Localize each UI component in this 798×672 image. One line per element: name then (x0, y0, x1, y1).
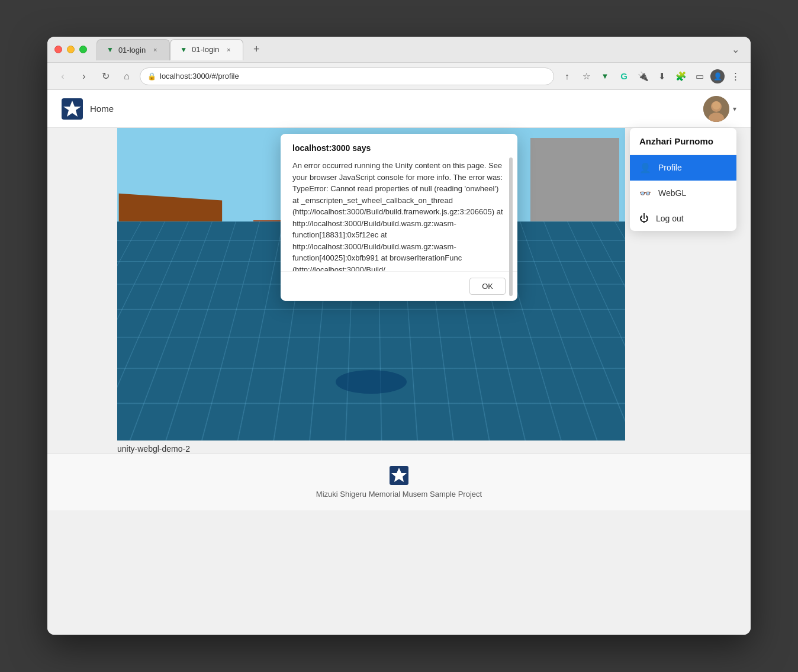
alert-dialog: localhost:3000 says An error occurred ru… (281, 134, 517, 301)
tab-1[interactable]: ▼ 01-login × (96, 39, 170, 60)
tab-1-close[interactable]: × (150, 45, 160, 54)
back-button[interactable]: ‹ (54, 68, 71, 85)
alert-footer: OK (281, 271, 517, 301)
extension-icon[interactable]: 🔌 (635, 68, 651, 85)
lock-icon: 🔒 (147, 72, 156, 81)
footer-text: Mizuki Shigeru Memorial Musem Sample Pro… (316, 490, 482, 499)
app-logo: Home (62, 98, 114, 120)
more-options-button[interactable]: ⋮ (727, 68, 744, 85)
tab-scroll-button[interactable]: ⌄ (727, 41, 744, 58)
logo-icon (62, 98, 83, 120)
alert-title: localhost:3000 says (281, 134, 517, 153)
app-header: Home ▾ Anzhari Purnomo (47, 90, 751, 128)
puzzle-icon[interactable]: 🧩 (672, 68, 689, 85)
vuejs-devtools[interactable]: ▼ (597, 68, 613, 85)
main-content: unity-webgl-demo-2 localhost:3000 says A… (47, 128, 751, 454)
maximize-button[interactable] (79, 46, 87, 53)
grammarly-icon[interactable]: G (616, 68, 632, 85)
svg-point-5 (712, 101, 720, 110)
alert-scrollbar[interactable] (509, 157, 513, 296)
alert-overlay: localhost:3000 says An error occurred ru… (47, 128, 751, 454)
share-button[interactable]: ↑ (559, 68, 575, 85)
forward-button[interactable]: › (76, 68, 92, 85)
traffic-lights (54, 46, 87, 53)
avatar (703, 96, 729, 122)
alert-body: An error occurred running the Unity cont… (281, 153, 517, 271)
browser-actions: ↑ ☆ ▼ G 🔌 ⬇ 🧩 ▭ 👤 ⋮ (559, 68, 744, 85)
tab-1-label: 01-login (118, 46, 146, 54)
tab-1-favicon: ▼ (107, 46, 114, 54)
avatar-area[interactable]: ▾ Anzhari Purnomo 👤 Profile 👓 WebGL ⏻ Lo… (703, 96, 736, 122)
url-bar[interactable]: 🔒 localhost:3000/#/profile (140, 67, 554, 85)
app-nav-home[interactable]: Home (90, 104, 114, 114)
titlebar: ▼ 01-login × ▼ 01-login × + ⌄ (47, 37, 751, 63)
avatar-chevron-icon: ▾ (733, 105, 736, 113)
split-view-icon[interactable]: ▭ (691, 68, 708, 85)
add-tab-button[interactable]: + (248, 41, 265, 58)
tab-2-favicon: ▼ (180, 46, 187, 54)
download-icon[interactable]: ⬇ (654, 68, 670, 85)
page-content: Home ▾ Anzhari Purnomo (47, 90, 751, 635)
url-text: localhost:3000/#/profile (160, 72, 239, 81)
tab-2-close[interactable]: × (224, 45, 233, 54)
bookmark-button[interactable]: ☆ (578, 68, 594, 85)
addressbar: ‹ › ↻ ⌂ 🔒 localhost:3000/#/profile ↑ ☆ ▼… (47, 63, 751, 90)
app-footer: Mizuki Shigeru Memorial Musem Sample Pro… (47, 454, 751, 510)
browser-window: ▼ 01-login × ▼ 01-login × + ⌄ ‹ › ↻ ⌂ 🔒 … (47, 37, 751, 635)
tab-2-label: 01-login (192, 45, 219, 54)
minimize-button[interactable] (67, 46, 75, 53)
close-button[interactable] (54, 46, 62, 53)
tab-2[interactable]: ▼ 01-login × (170, 39, 243, 60)
tabs-area: ▼ 01-login × ▼ 01-login × + ⌄ (96, 39, 744, 60)
footer-logo-icon (390, 466, 408, 485)
home-button[interactable]: ⌂ (118, 68, 135, 85)
alert-body-text: An error occurred running the Unity cont… (292, 161, 503, 271)
profile-icon[interactable]: 👤 (710, 69, 725, 83)
reload-button[interactable]: ↻ (97, 68, 114, 85)
alert-ok-button[interactable]: OK (469, 278, 506, 295)
